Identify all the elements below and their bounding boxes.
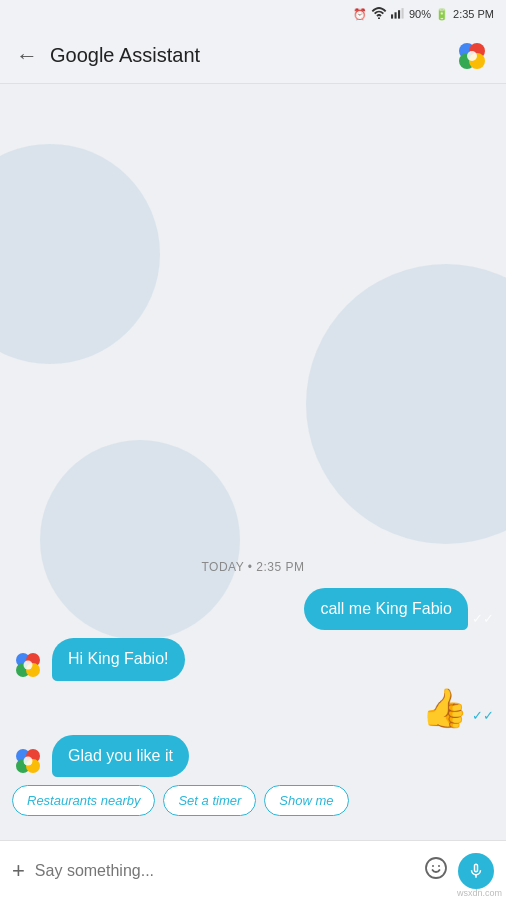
status-icons: ⏰ 90% 🔋 2:35 PM — [353, 7, 494, 21]
back-button[interactable]: ← — [16, 43, 38, 69]
status-bar: ⏰ 90% 🔋 2:35 PM — [0, 0, 506, 28]
svg-point-14 — [24, 660, 33, 669]
app-header: ← Google Assistant — [0, 28, 506, 84]
assistant-bubble-2: Glad you like it — [52, 735, 189, 777]
svg-rect-3 — [398, 10, 400, 18]
time-display: 2:35 PM — [453, 8, 494, 20]
chip-show-me[interactable]: Show me — [264, 785, 348, 816]
chip-timer[interactable]: Set a timer — [163, 785, 256, 816]
emoji-message-row: 👍 ✓✓ — [12, 689, 494, 727]
user-message-1: call me King Fabio ✓✓ — [12, 588, 494, 630]
header-title: Google Assistant — [50, 44, 454, 67]
signal-icon — [391, 7, 405, 21]
svg-point-20 — [426, 858, 446, 878]
svg-point-9 — [467, 51, 477, 61]
suggestion-chips: Restaurants nearby Set a timer Show me — [12, 785, 494, 816]
battery-status: 90% — [409, 8, 431, 20]
chip-restaurants[interactable]: Restaurants nearby — [12, 785, 155, 816]
svg-point-19 — [24, 757, 33, 766]
wifi-icon — [371, 7, 387, 21]
svg-point-22 — [438, 865, 440, 867]
alarm-icon: ⏰ — [353, 8, 367, 21]
message-input[interactable] — [35, 862, 414, 880]
timestamp-label: TODAY • 2:35 PM — [12, 560, 494, 574]
assistant-bubble-1: Hi King Fabio! — [52, 638, 185, 680]
emoji-tick: ✓✓ — [472, 708, 494, 723]
battery-icon: 🔋 — [435, 8, 449, 21]
messages-container: TODAY • 2:35 PM call me King Fabio ✓✓ Hi… — [0, 84, 506, 840]
google-assistant-logo — [454, 38, 490, 74]
svg-point-0 — [378, 17, 380, 19]
mic-button[interactable] — [458, 853, 494, 889]
thumbs-up-emoji: 👍 — [421, 689, 468, 727]
assistant-avatar-1 — [12, 649, 44, 681]
svg-rect-1 — [391, 14, 393, 18]
svg-rect-4 — [402, 8, 404, 19]
user-bubble-1: call me King Fabio — [304, 588, 468, 630]
assistant-message-1: Hi King Fabio! — [12, 638, 494, 680]
watermark: wsxdn.com — [457, 888, 502, 898]
chat-area: TODAY • 2:35 PM call me King Fabio ✓✓ Hi… — [0, 84, 506, 840]
svg-rect-2 — [395, 12, 397, 18]
assistant-message-2: Glad you like it — [12, 735, 494, 777]
assistant-avatar-2 — [12, 745, 44, 777]
svg-point-21 — [432, 865, 434, 867]
input-bar: + — [0, 840, 506, 900]
emoji-button[interactable] — [424, 856, 448, 886]
message-tick-1: ✓✓ — [472, 611, 494, 626]
add-button[interactable]: + — [12, 858, 25, 884]
